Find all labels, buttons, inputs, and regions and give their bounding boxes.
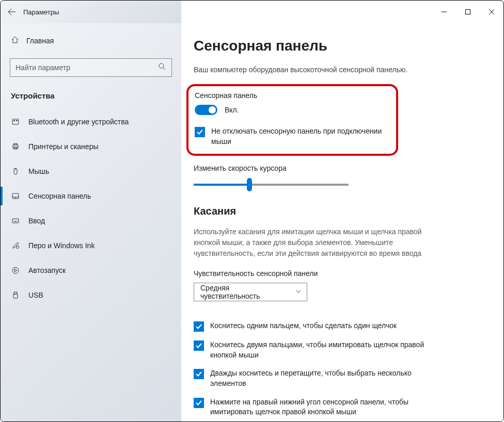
svg-point-20 <box>17 246 19 249</box>
sidebar-item-typing[interactable]: Ввод <box>1 208 181 233</box>
sidebar: Главная Устройства Bluetooth и другие ус… <box>1 23 181 421</box>
svg-rect-5 <box>13 120 15 121</box>
check-icon <box>195 323 202 330</box>
tap-option-row-3: Нажмите на правый нижний угол сенсорной … <box>194 397 431 417</box>
page-intro: Ваш компьютер оборудован высокоточной се… <box>194 66 483 74</box>
close-button[interactable] <box>480 1 503 23</box>
svg-point-16 <box>14 220 14 221</box>
sidebar-item-bluetooth[interactable]: Bluetooth и другие устройства <box>1 109 181 134</box>
search-box[interactable] <box>10 58 172 77</box>
cursor-speed-slider-wrap <box>194 178 349 191</box>
svg-rect-6 <box>16 120 18 121</box>
chevron-down-icon <box>295 288 302 296</box>
touchpad-section-label: Сенсорная панель <box>195 91 387 100</box>
window-body: Главная Устройства Bluetooth и другие ус… <box>1 23 503 421</box>
touchpad-icon <box>11 192 20 200</box>
highlighted-section: Сенсорная панель Вкл. Не отключать сенсо… <box>186 84 398 156</box>
minimize-icon <box>441 9 447 15</box>
taps-heading: Касания <box>194 205 483 217</box>
autoplay-icon <box>11 266 20 274</box>
usb-icon <box>11 291 20 299</box>
tap-option-checkbox-0[interactable] <box>194 321 204 332</box>
tap-option-row-0: Коснитесь одним пальцем, чтобы сделать о… <box>194 321 431 332</box>
cursor-speed-slider[interactable] <box>194 178 349 191</box>
search-icon <box>158 62 166 73</box>
back-button[interactable] <box>1 1 23 23</box>
mouse-icon <box>11 167 20 175</box>
sidebar-item-label: Принтеры и сканеры <box>28 142 98 151</box>
leave-on-row: Не отключать сенсорную панель при подклю… <box>195 126 387 147</box>
sidebar-item-label: Bluetooth и другие устройства <box>28 118 129 126</box>
tap-option-label: Дважды коснитесь и перетащите, чтобы выб… <box>210 368 431 388</box>
tap-option-checkbox-2[interactable] <box>194 369 204 379</box>
svg-rect-4 <box>12 119 19 124</box>
titlebar: Параметры <box>1 1 503 23</box>
sidebar-item-mouse[interactable]: Мышь <box>1 159 181 184</box>
printer-icon <box>11 142 20 151</box>
leave-on-label: Не отключать сенсорную панель при подклю… <box>211 126 387 147</box>
maximize-icon <box>465 9 471 15</box>
main-content: Сенсорная панель Ваш компьютер оборудова… <box>181 23 503 421</box>
svg-rect-1 <box>466 10 470 14</box>
sidebar-item-label: USB <box>28 291 43 299</box>
sidebar-item-usb[interactable]: USB <box>1 283 181 307</box>
page-title: Сенсорная панель <box>194 38 483 54</box>
tap-option-row-1: Коснитесь двумя пальцами, чтобы имитиров… <box>194 340 431 360</box>
minimize-button[interactable] <box>432 1 456 23</box>
back-arrow-icon <box>8 8 16 16</box>
home-nav[interactable]: Главная <box>1 31 181 50</box>
maximize-button[interactable] <box>456 1 480 23</box>
sidebar-item-label: Автозапуск <box>28 266 66 274</box>
touchpad-toggle[interactable] <box>195 105 217 115</box>
sidebar-nav: Bluetooth и другие устройства Принтеры и… <box>1 109 181 307</box>
sidebar-item-autoplay[interactable]: Автозапуск <box>1 258 181 283</box>
leave-on-checkbox[interactable] <box>195 127 205 137</box>
tap-option-checkbox-1[interactable] <box>194 340 204 351</box>
check-icon <box>196 128 203 136</box>
svg-rect-22 <box>14 292 17 294</box>
slider-thumb[interactable] <box>247 178 252 191</box>
sidebar-item-label: Сенсорная панель <box>28 192 91 200</box>
sensitivity-label: Чувствительность сенсорной панели <box>194 269 483 278</box>
close-icon <box>489 9 495 15</box>
svg-point-17 <box>15 220 16 221</box>
window-title: Параметры <box>23 8 59 16</box>
tap-option-label: Коснитесь одним пальцем, чтобы сделать о… <box>210 321 397 331</box>
tap-option-label: Коснитесь двумя пальцами, чтобы имитиров… <box>210 340 431 360</box>
cursor-speed-label: Изменить скорость курсора <box>194 164 483 172</box>
check-icon <box>195 342 202 349</box>
tap-option-label: Нажмите на правый нижний угол сенсорной … <box>210 397 431 417</box>
check-icon <box>195 370 202 378</box>
taps-description: Используйте касания для имитации щелчка … <box>194 226 431 259</box>
sidebar-item-printers[interactable]: Принтеры и сканеры <box>1 134 181 159</box>
sidebar-item-touchpad[interactable]: Сенсорная панель <box>1 184 181 208</box>
settings-window: Параметры Главная <box>0 0 504 422</box>
sidebar-item-pen[interactable]: Перо и Windows Ink <box>1 233 181 258</box>
svg-rect-23 <box>13 294 18 298</box>
slider-fill <box>194 184 249 186</box>
svg-rect-15 <box>12 219 19 223</box>
tap-option-checkbox-3[interactable] <box>194 398 204 408</box>
search-input[interactable] <box>10 63 171 72</box>
tap-option-row-2: Дважды коснитесь и перетащите, чтобы выб… <box>194 368 431 388</box>
sidebar-item-label: Мышь <box>28 167 49 175</box>
check-icon <box>195 399 202 407</box>
svg-point-2 <box>159 63 164 68</box>
home-label: Главная <box>26 37 54 45</box>
svg-line-3 <box>163 68 165 70</box>
home-icon <box>11 36 19 46</box>
sidebar-item-label: Ввод <box>28 217 45 225</box>
touchpad-toggle-state: Вкл. <box>225 106 239 114</box>
touchpad-toggle-row: Вкл. <box>195 105 387 115</box>
svg-point-21 <box>12 267 19 273</box>
sensitivity-dropdown[interactable]: Средняя чувствительность <box>194 283 307 301</box>
svg-point-18 <box>17 220 18 221</box>
bluetooth-icon <box>11 118 20 126</box>
sidebar-category: Устройства <box>1 86 181 109</box>
slider-track <box>194 184 349 186</box>
svg-rect-8 <box>14 143 17 145</box>
sensitivity-value: Средняя чувствительность <box>200 284 288 300</box>
window-controls <box>432 1 503 23</box>
sidebar-item-label: Перо и Windows Ink <box>28 241 94 250</box>
keyboard-icon <box>11 217 20 225</box>
